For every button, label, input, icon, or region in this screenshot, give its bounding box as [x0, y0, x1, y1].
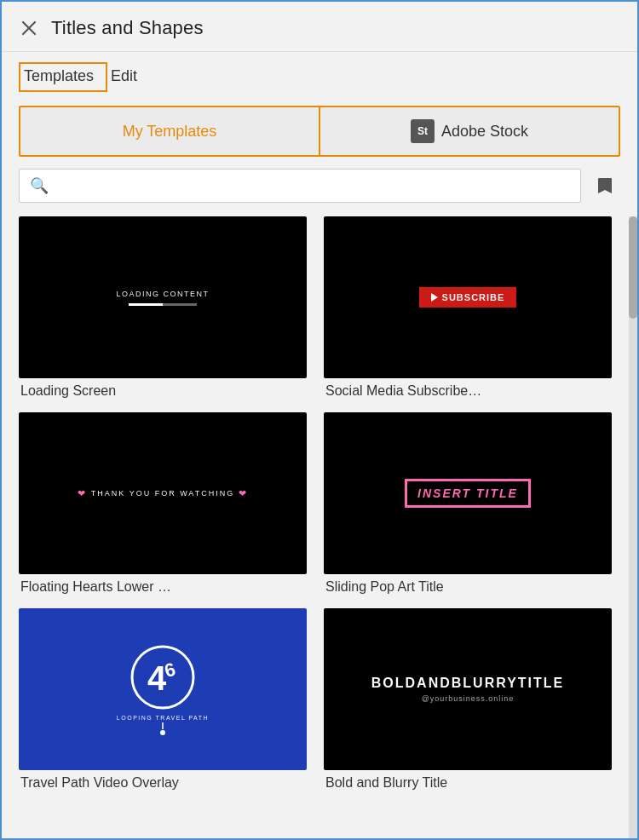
list-item[interactable]: ❤ THANK YOU FOR WATCHING ❤ Floating Hear…	[19, 412, 307, 595]
adobe-stock-icon: St	[411, 119, 435, 143]
tab-templates[interactable]: Templates	[19, 62, 107, 92]
scrollbar-track[interactable]	[629, 216, 637, 838]
grid-scroll-area[interactable]: LOADING CONTENT Loading Screen SUBSCRIBE	[2, 216, 637, 808]
search-icon: 🔍	[30, 176, 49, 195]
list-item[interactable]: 4 6 LOOPING TRAVEL PATH	[19, 608, 307, 791]
search-input-wrap[interactable]: 🔍	[19, 169, 581, 203]
template-thumb-hearts: ❤ THANK YOU FOR WATCHING ❤	[19, 412, 307, 574]
template-thumb-travel: 4 6 LOOPING TRAVEL PATH	[19, 608, 307, 770]
grid-wrapper: LOADING CONTENT Loading Screen SUBSCRIBE	[2, 216, 637, 838]
bookmark-icon[interactable]	[590, 170, 620, 201]
template-label: Social Media Subscribe…	[324, 383, 612, 399]
play-icon	[431, 293, 438, 302]
subtabs-row: My Templates St Adobe Stock	[19, 106, 620, 157]
header: Titles and Shapes	[2, 2, 637, 52]
svg-point-6	[160, 730, 165, 735]
panel: Titles and Shapes Templates Edit My Temp…	[0, 0, 639, 840]
list-item[interactable]: SUBSCRIBE Social Media Subscribe…	[324, 216, 612, 399]
list-item[interactable]: BOLDANDBLURRYTITLE @yourbusiness.online …	[324, 608, 612, 791]
template-thumb-subscribe: SUBSCRIBE	[324, 216, 612, 378]
template-label: Floating Hearts Lower …	[19, 579, 307, 595]
templates-grid: LOADING CONTENT Loading Screen SUBSCRIBE	[19, 216, 612, 808]
list-item[interactable]: LOADING CONTENT Loading Screen	[19, 216, 307, 399]
tab-edit[interactable]: Edit	[107, 62, 151, 92]
template-label: Travel Path Video Overlay	[19, 775, 307, 791]
panel-title: Titles and Shapes	[51, 17, 204, 39]
template-thumb-boldblurry: BOLDANDBLURRYTITLE @yourbusiness.online	[324, 608, 612, 770]
subtab-adobe-stock[interactable]: St Adobe Stock	[320, 107, 619, 155]
template-thumb-loading: LOADING CONTENT	[19, 216, 307, 378]
subtab-my-templates[interactable]: My Templates	[20, 107, 319, 155]
template-thumb-popart: INSERT TITLE	[324, 412, 612, 574]
close-icon[interactable]	[19, 18, 39, 38]
template-label: Sliding Pop Art Title	[324, 579, 612, 595]
tabs-row: Templates Edit	[2, 52, 637, 92]
list-item[interactable]: INSERT TITLE Sliding Pop Art Title	[324, 412, 612, 595]
search-row: 🔍	[19, 169, 620, 203]
search-input[interactable]	[55, 178, 570, 193]
scrollbar-thumb[interactable]	[629, 216, 637, 319]
template-label: Loading Screen	[19, 383, 307, 399]
template-label: Bold and Blurry Title	[324, 775, 612, 791]
